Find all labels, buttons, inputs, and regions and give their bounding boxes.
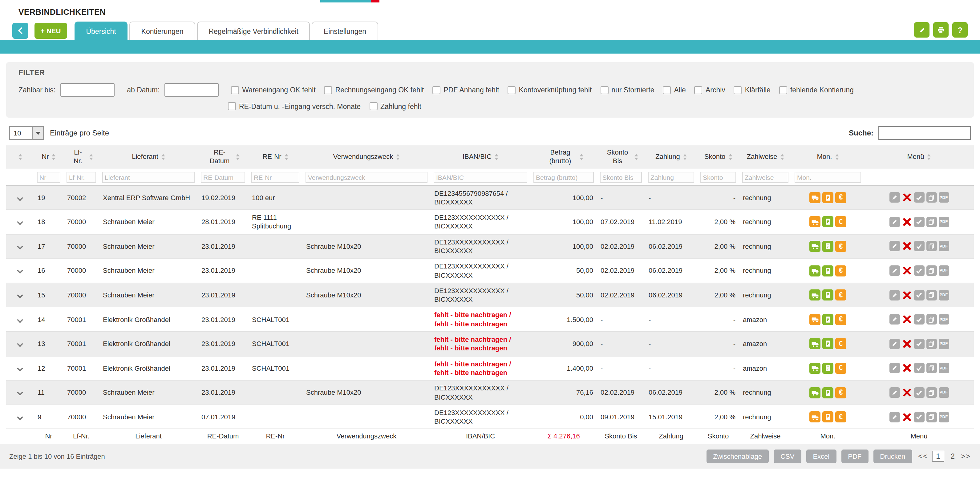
column-header-verwendungszweck[interactable]: Verwendungszweck bbox=[302, 145, 431, 169]
new-button[interactable]: + NEU bbox=[35, 23, 67, 39]
column-header-re_datum[interactable]: RE-Datum bbox=[198, 145, 248, 169]
filter-input-re_nr[interactable] bbox=[251, 171, 299, 183]
pdf-icon[interactable]: PDF bbox=[939, 314, 949, 325]
sort-icon[interactable] bbox=[161, 154, 165, 160]
edit-icon[interactable] bbox=[914, 22, 929, 38]
filter-input-betrag[interactable] bbox=[533, 171, 594, 183]
column-header-zahlweise[interactable]: Zahlweise bbox=[739, 145, 792, 169]
delete-icon[interactable] bbox=[902, 314, 912, 325]
approve-icon[interactable] bbox=[914, 314, 924, 325]
payment-icon[interactable]: € bbox=[835, 241, 846, 252]
column-header-iban[interactable]: IBAN/BIC bbox=[431, 145, 530, 169]
goods-receipt-icon[interactable] bbox=[810, 363, 821, 374]
sort-icon[interactable] bbox=[285, 154, 288, 160]
filter-input-verwendungszweck[interactable] bbox=[305, 171, 428, 183]
pdf-icon[interactable]: PDF bbox=[939, 290, 949, 300]
payment-icon[interactable]: € bbox=[835, 314, 846, 325]
print-icon[interactable] bbox=[933, 22, 948, 38]
goods-receipt-icon[interactable] bbox=[810, 289, 821, 300]
copy-icon[interactable] bbox=[926, 241, 937, 252]
pdf-icon[interactable]: PDF bbox=[939, 241, 949, 252]
approve-icon[interactable] bbox=[914, 241, 924, 252]
pdf-icon[interactable]: PDF bbox=[939, 192, 949, 203]
pdf-icon[interactable]: PDF bbox=[939, 412, 949, 422]
edit-icon[interactable] bbox=[889, 363, 900, 373]
column-header-nr[interactable]: Nr bbox=[34, 145, 64, 169]
sort-icon[interactable] bbox=[89, 154, 93, 160]
edit-icon[interactable] bbox=[889, 241, 900, 252]
invoice-icon[interactable] bbox=[822, 265, 834, 276]
export-button-zwischenablage[interactable]: Zwischenablage bbox=[706, 450, 769, 463]
checkbox-box[interactable] bbox=[369, 102, 377, 110]
zahlbar-bis-input[interactable] bbox=[60, 83, 115, 97]
pagination-prev[interactable]: << bbox=[918, 452, 928, 461]
approve-icon[interactable] bbox=[914, 387, 924, 398]
export-button-drucken[interactable]: Drucken bbox=[873, 450, 912, 463]
delete-icon[interactable] bbox=[902, 192, 912, 203]
column-header-zahlung[interactable]: Zahlung bbox=[645, 145, 697, 169]
approve-icon[interactable] bbox=[914, 290, 924, 300]
export-button-csv[interactable]: CSV bbox=[774, 450, 801, 463]
invoice-icon[interactable] bbox=[822, 289, 834, 300]
tab-regelmaessige-verbindlichkeit[interactable]: Regelmäßige Verbindlichkeit bbox=[197, 22, 310, 40]
pagination-page-2[interactable]: 2 bbox=[948, 452, 957, 462]
column-header-betrag[interactable]: Betrag (brutto) bbox=[530, 145, 597, 169]
goods-receipt-icon[interactable] bbox=[810, 241, 821, 252]
approve-icon[interactable] bbox=[914, 217, 924, 227]
filter-checkbox-2-0[interactable]: RE-Datum u. -Eingang versch. Monate bbox=[228, 102, 361, 110]
filter-input-mon[interactable] bbox=[795, 171, 861, 183]
filter-input-zahlweise[interactable] bbox=[742, 171, 788, 183]
sort-icon[interactable] bbox=[18, 154, 22, 160]
expand-row-icon[interactable] bbox=[17, 341, 23, 347]
delete-icon[interactable] bbox=[902, 290, 912, 300]
tab-einstellungen[interactable]: Einstellungen bbox=[312, 22, 378, 40]
sort-icon[interactable] bbox=[835, 154, 838, 160]
invoice-icon[interactable] bbox=[822, 241, 834, 252]
filter-checkbox-2-1[interactable]: Zahlung fehlt bbox=[369, 102, 421, 110]
pdf-icon[interactable]: PDF bbox=[939, 265, 949, 276]
sort-icon[interactable] bbox=[235, 154, 239, 160]
copy-icon[interactable] bbox=[926, 314, 937, 325]
filter-input-lf_nr[interactable] bbox=[67, 171, 96, 183]
filter-input-skonto_bis[interactable] bbox=[600, 171, 642, 183]
back-button[interactable] bbox=[12, 23, 28, 39]
checkbox-box[interactable] bbox=[600, 86, 608, 94]
invoice-icon[interactable] bbox=[822, 387, 834, 398]
expand-row-icon[interactable] bbox=[17, 244, 23, 250]
copy-icon[interactable] bbox=[926, 363, 937, 373]
tab-uebersicht[interactable]: Übersicht bbox=[74, 22, 127, 40]
pdf-icon[interactable]: PDF bbox=[939, 339, 949, 349]
filter-input-lieferant[interactable] bbox=[102, 171, 195, 183]
checkbox-box[interactable] bbox=[231, 86, 239, 94]
payment-icon[interactable]: € bbox=[835, 289, 846, 300]
search-input[interactable] bbox=[878, 126, 971, 140]
sort-icon[interactable] bbox=[780, 154, 784, 160]
payment-icon[interactable]: € bbox=[835, 216, 846, 227]
filter-checkbox-1-4[interactable]: nur Stornierte bbox=[600, 86, 654, 94]
page-size-select[interactable]: 10 bbox=[9, 126, 44, 140]
edit-icon[interactable] bbox=[889, 290, 900, 300]
edit-icon[interactable] bbox=[889, 314, 900, 325]
payment-icon[interactable]: € bbox=[835, 192, 846, 203]
tab-kontierungen[interactable]: Kontierungen bbox=[130, 22, 195, 40]
filter-checkbox-1-0[interactable]: Wareneingang OK fehlt bbox=[231, 86, 315, 94]
help-icon[interactable]: ? bbox=[952, 22, 968, 38]
sort-icon[interactable] bbox=[495, 154, 498, 160]
pagination-next[interactable]: >> bbox=[961, 452, 971, 461]
filter-input-re_datum[interactable] bbox=[201, 171, 245, 183]
filter-checkbox-1-6[interactable]: Archiv bbox=[695, 86, 725, 94]
checkbox-box[interactable] bbox=[433, 86, 441, 94]
goods-receipt-icon[interactable] bbox=[810, 265, 821, 276]
sort-icon[interactable] bbox=[396, 154, 400, 160]
edit-icon[interactable] bbox=[889, 339, 900, 349]
pagination-page-1[interactable]: 1 bbox=[932, 451, 944, 462]
edit-icon[interactable] bbox=[889, 192, 900, 203]
edit-icon[interactable] bbox=[889, 265, 900, 276]
delete-icon[interactable] bbox=[902, 339, 912, 349]
copy-icon[interactable] bbox=[926, 217, 937, 227]
pdf-icon[interactable]: PDF bbox=[939, 363, 949, 373]
copy-icon[interactable] bbox=[926, 265, 937, 276]
goods-receipt-icon[interactable] bbox=[810, 216, 821, 227]
export-button-excel[interactable]: Excel bbox=[806, 450, 836, 463]
expand-row-icon[interactable] bbox=[17, 365, 23, 371]
